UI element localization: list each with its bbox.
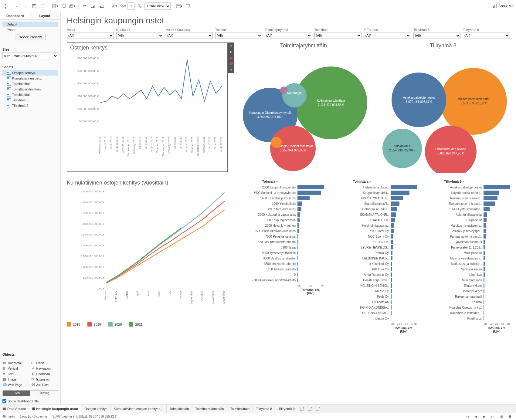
bar-row[interactable]: HELSINGIN KAUP.. bbox=[330, 256, 417, 261]
sheet-item[interactable]: Kumulatiivinen ost... bbox=[2, 76, 58, 81]
filter-icon[interactable]: ▽ bbox=[228, 55, 234, 61]
bar-row[interactable]: LUJATALO OY bbox=[330, 217, 417, 223]
bar-row[interactable]: Sähkö ja kaasu bbox=[423, 266, 510, 272]
object-navigation[interactable]: ↗Navigation bbox=[31, 366, 58, 371]
tiliryhma8-viz[interactable]: Tiliryhmä 8 Muiden palvelujen ostot5 552… bbox=[376, 42, 510, 174]
highlight-icon[interactable]: ▾ bbox=[110, 2, 118, 10]
sheet-tab[interactable]: Kumulatiivinen ostojen kehitys (... bbox=[110, 405, 166, 413]
bar-row[interactable]: Kirjallisuus bbox=[423, 316, 510, 321]
bar-row[interactable]: Koneiden ja laitteiden .. bbox=[423, 310, 510, 316]
size-select[interactable]: auto - max 2800x2800 bbox=[2, 52, 58, 59]
bar-row[interactable]: Käyttöomaisuushanki.. bbox=[423, 190, 510, 195]
bar-row[interactable]: Helsingin seudun l.. bbox=[330, 206, 417, 212]
bar-row[interactable]: SEURE HENKILÖS.. bbox=[330, 245, 417, 250]
bar-row[interactable]: Helsingin ja Uude.. bbox=[330, 185, 417, 190]
show-title-checkbox[interactable] bbox=[2, 399, 6, 403]
object-extension[interactable]: ⧉Extension bbox=[31, 377, 58, 382]
bar-row[interactable]: GRK Infra Oy bbox=[330, 266, 417, 272]
object-blank[interactable]: □Blank bbox=[31, 361, 58, 365]
sheet-item[interactable]: Toimialoittain bbox=[2, 81, 58, 86]
tab-dashboard[interactable]: Dashboard bbox=[0, 12, 30, 19]
bar-row[interactable]: 8900 Taipa bbox=[237, 245, 324, 250]
bar-row[interactable]: Maa- ja vesialueiden v.. bbox=[423, 256, 510, 261]
sort-icon[interactable]: ≡ bbox=[276, 180, 278, 183]
bar-row[interactable]: 2900 Kulttuuri ja vapaa-aika bbox=[237, 212, 324, 217]
close-icon[interactable]: ✕ bbox=[228, 42, 234, 49]
object-image[interactable]: 🖼Image bbox=[2, 377, 30, 382]
bar-row[interactable]: HELSINGIN SENIO.. bbox=[330, 283, 417, 288]
labels-icon[interactable]: T bbox=[127, 2, 135, 10]
bar-row[interactable]: Työvoiman vuokraus bbox=[423, 239, 510, 245]
more-icon[interactable]: ▾ bbox=[228, 67, 234, 73]
tab-layout[interactable]: Layout‹ bbox=[30, 12, 61, 19]
legend-item[interactable]: 2018 bbox=[67, 322, 80, 327]
bar-row[interactable]: HUS YHTYMÄHALL.. bbox=[330, 195, 417, 201]
nav-last-icon[interactable]: ⏭ bbox=[489, 413, 497, 420]
clear-icon[interactable]: ▾ bbox=[69, 2, 76, 10]
tiliryhma9-bars-viz[interactable]: Tiliryhmä 9 ≡ Asiakaspalvelujen ostotKäy… bbox=[423, 180, 510, 333]
device-preview-button[interactable]: Device Preview bbox=[15, 34, 46, 40]
fit-select[interactable]: Entire View bbox=[144, 2, 171, 10]
show-me-button[interactable]: Show Me bbox=[498, 4, 514, 8]
format-icon[interactable] bbox=[136, 2, 143, 10]
filter-toimiala[interactable]: (All) bbox=[215, 32, 262, 39]
bar-row[interactable]: 7200 Kaupunkisuunnitteluvirasto bbox=[237, 277, 324, 283]
sort-desc-icon[interactable] bbox=[98, 2, 105, 10]
sort-asc-icon[interactable] bbox=[90, 2, 97, 10]
sheet-tab[interactable]: Toimittajaryhmittäin bbox=[192, 405, 227, 413]
pin-icon[interactable]: 📌 bbox=[228, 61, 234, 67]
sheet-tab[interactable]: Toimialoittain bbox=[167, 405, 192, 413]
bar-row[interactable]: Oy Apotti Ab bbox=[330, 299, 417, 305]
bar-row[interactable]: 3600 Osallisuusrahasto. bbox=[237, 256, 324, 261]
bar-row[interactable]: 1100 Tarkastusvirasto bbox=[237, 266, 324, 272]
bar-row[interactable]: 7000 Pelastustuslaitos bbox=[237, 234, 324, 239]
bar-row[interactable]: ICT-palvelut bbox=[423, 217, 510, 223]
nav-first-icon[interactable]: ⏮ bbox=[464, 413, 471, 420]
sheet-tab[interactable]: Tiliryhmä 9 bbox=[275, 405, 298, 413]
bar-row[interactable]: 2800 Kaupunkiympäristö bbox=[237, 185, 324, 190]
cards-icon[interactable]: ▾ bbox=[176, 2, 183, 10]
bar-row[interactable]: UUDENMAAN ME.. bbox=[330, 310, 417, 316]
bar-row[interactable]: Rakennusten ja alueid.. bbox=[423, 195, 510, 201]
filter-toimittajaryhm-[interactable]: (All) bbox=[265, 32, 312, 39]
bar-row[interactable]: 3900 Sosiaali- ja terveysvirasto bbox=[237, 190, 324, 195]
bar-row[interactable]: Asiakaspalvelujen ostot bbox=[423, 185, 510, 190]
list-view-icon[interactable]: ☰ bbox=[506, 413, 514, 420]
bar-row[interactable]: Palveluseteli (1.1.202.. bbox=[423, 245, 510, 250]
ostojen-kehitys-worksheet[interactable]: Ostojen kehitys 100 000 000,00 €200 000 … bbox=[67, 42, 228, 172]
bar-row[interactable]: Destia Oy bbox=[330, 316, 417, 321]
sheet-item[interactable]: Ostojen kehitys bbox=[2, 70, 58, 76]
bar-row[interactable]: Elintarvikkeet bbox=[423, 283, 510, 288]
bar-row[interactable]: 1400 Kasvatus ja koulutus bbox=[237, 195, 324, 201]
tiled-toggle[interactable]: Tiled bbox=[3, 391, 30, 396]
bar-row[interactable]: Consti Korjausrak.. bbox=[330, 277, 417, 283]
bar-row[interactable]: Asiantuntijapalvelut bbox=[423, 212, 510, 217]
forward-icon[interactable]: → bbox=[22, 2, 29, 10]
bar-row[interactable]: NCC Suomi Oy bbox=[330, 234, 417, 239]
bar-row[interactable]: 9200 Työterveys Helsinki bbox=[237, 250, 324, 256]
legend-item[interactable]: 2020 bbox=[108, 322, 122, 327]
filter-vuosi[interactable]: (All) bbox=[67, 32, 114, 39]
sheet-item[interactable]: Toimittajittain bbox=[2, 92, 58, 97]
device-default[interactable]: Default bbox=[2, 22, 58, 27]
new-dashboard-icon[interactable]: + bbox=[306, 405, 314, 413]
grid-view-icon[interactable]: ▦ bbox=[498, 413, 505, 420]
bar-row[interactable]: Muu materiaali bbox=[423, 277, 510, 283]
bar-row[interactable]: Rakennusmateriaali bbox=[423, 294, 510, 299]
new-sheet-icon[interactable]: ▾ bbox=[52, 2, 59, 10]
filter-kuukausi[interactable]: (All) bbox=[116, 32, 163, 39]
bar-row[interactable]: x Kiinteistö Oy bbox=[330, 261, 417, 266]
object-download[interactable]: ⬇Download bbox=[31, 371, 58, 376]
sheet-tab[interactable]: ⊞Helsingin kaupungin ostot bbox=[29, 405, 81, 413]
new-story-icon[interactable]: + bbox=[314, 405, 322, 413]
sort-icon[interactable]: ≡ bbox=[369, 180, 371, 183]
bar-row[interactable]: Muut palvelut bbox=[423, 250, 510, 256]
device-phone[interactable]: Phone bbox=[2, 27, 58, 32]
bar-row[interactable]: Majoitus- ja ravitsemu.. bbox=[423, 223, 510, 228]
filter-y-tunnus[interactable]: (All) bbox=[364, 32, 411, 39]
back-icon[interactable]: ← bbox=[14, 2, 21, 10]
bar-row[interactable]: Kalusto bbox=[423, 299, 510, 305]
duplicate-icon[interactable] bbox=[60, 2, 67, 10]
collapse-icon[interactable]: ‹ bbox=[57, 14, 59, 18]
bar-row[interactable]: Hoitotarvikkeet bbox=[423, 288, 510, 294]
